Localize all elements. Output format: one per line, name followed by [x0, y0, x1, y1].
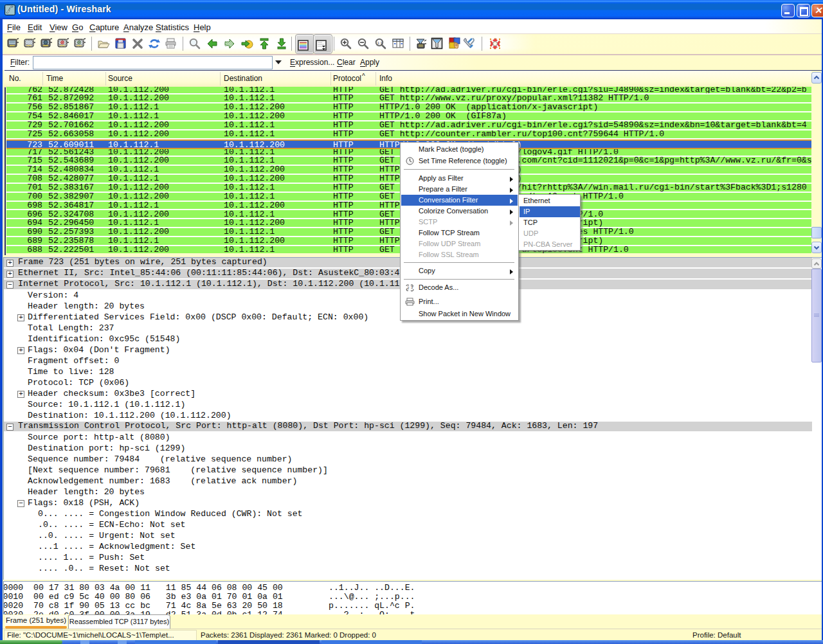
svg-text:1:1: 1:1 [377, 41, 383, 45]
svg-text:2: 2 [407, 286, 410, 290]
